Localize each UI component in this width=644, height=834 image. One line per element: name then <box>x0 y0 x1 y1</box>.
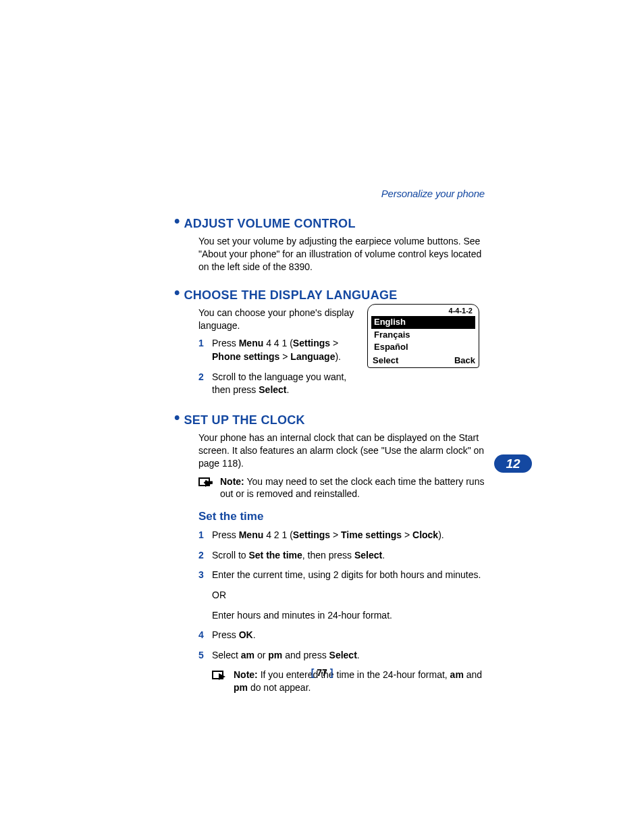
step-item: 1 Press Menu 4 2 1 (Settings > Time sett… <box>198 529 485 542</box>
bullet-icon: • <box>174 284 180 301</box>
page-header: Personalize your phone <box>186 188 485 199</box>
document-page: 12 Personalize your phone • ADJUST VOLUM… <box>0 0 644 834</box>
step-text: Scroll to the language you want, then pr… <box>212 371 367 397</box>
bullet-icon: • <box>174 409 180 425</box>
step-number: 2 <box>198 371 212 397</box>
step-item: 3 Enter the current time, using 2 digits… <box>198 569 485 622</box>
phone-screen-figure: 4-4-1-2 English Français Español Select … <box>367 304 479 369</box>
section-title-language: • CHOOSE THE DISPLAY LANGUAGE <box>174 286 485 303</box>
step-item: 2 Scroll to the language you want, then … <box>198 371 367 397</box>
lang-option-selected: English <box>371 316 475 329</box>
step-text: Press Menu 4 2 1 (Settings > Time settin… <box>212 529 485 542</box>
step-number: 1 <box>198 529 212 542</box>
step-text: Enter the current time, using 2 digits f… <box>212 569 485 622</box>
left-softkey-label: Select <box>373 355 398 365</box>
step-number: 5 <box>198 649 212 662</box>
step-text: Scroll to Set the time, then press Selec… <box>212 549 485 563</box>
step-text: Press OK. <box>212 629 485 642</box>
section-heading: SET UP THE CLOCK <box>184 413 304 427</box>
softkey-row: Select Back <box>371 354 475 365</box>
section-title-clock: • SET UP THE CLOCK <box>174 411 485 427</box>
lang-option: Español <box>371 341 475 354</box>
language-section-body: You can choose your phone's display lang… <box>186 307 485 397</box>
subsection-title: Set the time <box>198 510 485 523</box>
content-area: Personalize your phone • ADJUST VOLUME C… <box>186 188 485 701</box>
step-text: Press Menu 4 4 1 (Settings > Phone setti… <box>212 337 367 363</box>
paragraph: Your phone has an internal clock that ca… <box>198 432 485 470</box>
step-item: 2 Scroll to Set the time, then press Sel… <box>198 549 485 563</box>
page-number: [ 77 ] <box>0 667 644 678</box>
step-item: 1 Press Menu 4 4 1 (Settings > Phone set… <box>198 337 367 363</box>
step-number: 3 <box>198 569 212 622</box>
step-item: 4 Press OK. <box>198 629 485 642</box>
section-title-volume: • ADJUST VOLUME CONTROL <box>174 214 485 231</box>
step-number: 2 <box>198 549 212 563</box>
step-number: 4 <box>198 629 212 642</box>
note-icon <box>198 477 215 503</box>
menu-path-label: 4-4-1-2 <box>371 307 475 316</box>
step-text: Select am or pm and press Select. <box>212 649 485 662</box>
lang-option: Français <box>371 329 475 342</box>
step-list: 1 Press Menu 4 4 1 (Settings > Phone set… <box>198 337 367 396</box>
chapter-tab: 12 <box>494 454 532 473</box>
step-item: 5 Select am or pm and press Select. <box>198 649 485 662</box>
section-heading: CHOOSE THE DISPLAY LANGUAGE <box>184 288 397 303</box>
section-heading: ADJUST VOLUME CONTROL <box>184 217 355 231</box>
step-number: 1 <box>198 337 212 363</box>
paragraph: You set your volume by adjusting the ear… <box>198 235 485 273</box>
step-list: 1 Press Menu 4 2 1 (Settings > Time sett… <box>198 529 485 662</box>
bullet-icon: • <box>174 213 180 229</box>
note-text: Note: You may need to set the clock each… <box>215 475 485 501</box>
note-row: Note: You may need to set the clock each… <box>198 475 485 501</box>
right-softkey-label: Back <box>454 355 475 365</box>
paragraph: You can choose your phone's display lang… <box>198 307 367 332</box>
